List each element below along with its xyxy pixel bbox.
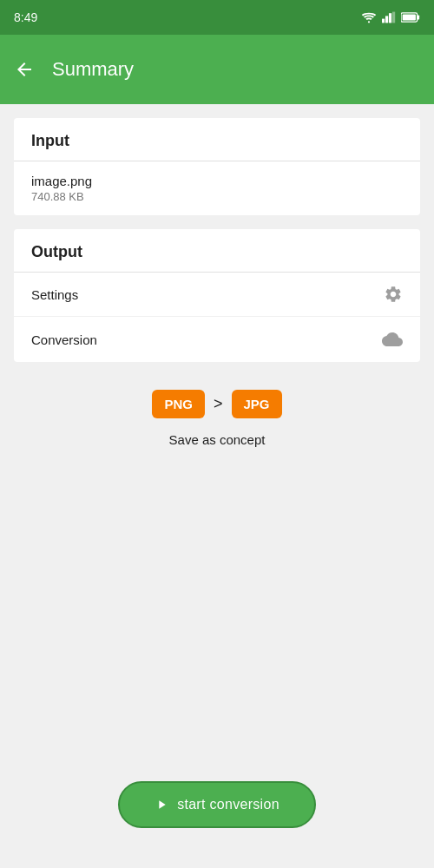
input-card-header: Input: [14, 118, 420, 161]
svg-rect-4: [392, 12, 395, 23]
app-bar: Summary: [0, 35, 434, 104]
svg-rect-3: [389, 13, 391, 23]
main-content: Input image.png 740.88 KB Output Setting…: [0, 104, 434, 868]
conversion-label: Conversion: [31, 332, 97, 347]
status-icons: [361, 11, 420, 23]
settings-row[interactable]: Settings: [14, 273, 420, 317]
svg-rect-6: [403, 15, 416, 21]
start-conversion-button[interactable]: start conversion: [118, 781, 316, 828]
input-filename: image.png: [31, 174, 92, 188]
status-time: 8:49: [14, 10, 37, 24]
back-arrow-icon: [14, 59, 35, 80]
svg-rect-7: [418, 15, 420, 19]
battery-icon: [401, 12, 420, 23]
output-card-header: Output: [14, 229, 420, 273]
save-concept-row: Save as concept: [14, 432, 420, 447]
start-conversion-label: start conversion: [177, 797, 279, 812]
wifi-icon: [361, 11, 377, 23]
svg-point-0: [368, 21, 370, 23]
page-title: Summary: [52, 58, 134, 81]
save-concept-button[interactable]: Save as concept: [169, 432, 266, 447]
signal-icon: [382, 11, 396, 23]
input-file-info: image.png 740.88 KB: [31, 174, 92, 203]
bottom-area: start conversion: [14, 781, 420, 854]
play-icon: [155, 798, 168, 812]
to-format-badge: JPG: [232, 390, 282, 418]
input-header-label: Input: [31, 132, 69, 149]
svg-rect-2: [385, 16, 388, 23]
cloud-icon: [382, 329, 403, 350]
settings-label: Settings: [31, 287, 78, 302]
conversion-row-item[interactable]: Conversion: [14, 317, 420, 362]
back-button[interactable]: [14, 59, 35, 80]
status-bar: 8:49: [0, 0, 434, 35]
input-file-row: image.png 740.88 KB: [14, 161, 420, 215]
input-card: Input image.png 740.88 KB: [14, 118, 420, 215]
input-filesize: 740.88 KB: [31, 190, 92, 203]
output-card: Output Settings Conversion: [14, 229, 420, 362]
from-format-badge: PNG: [152, 390, 205, 418]
arrow-separator: >: [214, 395, 223, 413]
gear-icon: [384, 285, 403, 304]
format-conversion-row: PNG > JPG: [14, 390, 420, 418]
output-header-label: Output: [31, 243, 82, 260]
spacer: [14, 447, 420, 781]
svg-rect-1: [382, 19, 385, 23]
